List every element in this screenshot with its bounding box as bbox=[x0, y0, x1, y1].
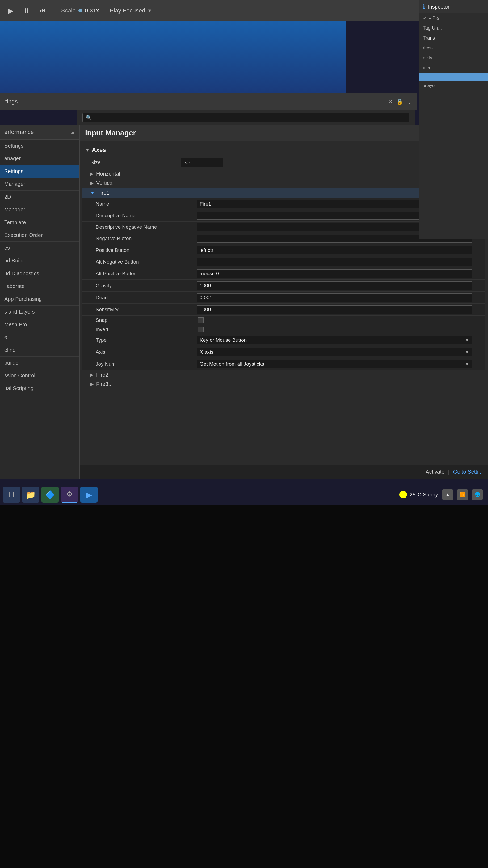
sidebar-item-settings2[interactable]: Settings bbox=[0, 165, 79, 178]
vertical-arrow: ▶ bbox=[90, 181, 94, 186]
prop-alt-pos-row: Alt Positive Button mouse 0 bbox=[83, 268, 485, 280]
activate-bar: Activate | Go to Setti... bbox=[80, 465, 488, 479]
taskbar-prog-5[interactable]: ▶ bbox=[80, 487, 98, 503]
taskbar-prog-2[interactable]: 📁 bbox=[22, 487, 39, 503]
prop-joynum-row: Joy Num Get Motion from all Joysticks ▼ bbox=[83, 358, 485, 370]
sidebar-item-manager2[interactable]: Manager bbox=[0, 178, 79, 191]
scale-value: 0.31x bbox=[85, 7, 99, 14]
prop-snap-label: Snap bbox=[96, 317, 197, 323]
sidebar-item-e[interactable]: e bbox=[0, 331, 79, 344]
sidebar-item-layers[interactable]: s and Layers bbox=[0, 306, 79, 318]
prop-pos-btn-label: Positive Button bbox=[96, 247, 197, 253]
toolbar2-lock[interactable]: 🔒 bbox=[396, 98, 403, 105]
prop-alt-neg-label: Alt Negative Button bbox=[96, 259, 197, 265]
inspector-tag-row: Tag Un... bbox=[419, 23, 488, 33]
joynum-dropdown-arrow: ▼ bbox=[465, 362, 469, 367]
go-to-settings-link[interactable]: Go to Setti... bbox=[453, 469, 483, 475]
fire3-item[interactable]: ▶ Fire3... bbox=[83, 379, 485, 389]
weather-sun-icon bbox=[399, 491, 407, 498]
left-sidebar: erformance ▲ Settings anager Settings Ma… bbox=[0, 125, 80, 479]
fire2-item[interactable]: ▶ Fire2 bbox=[83, 370, 485, 379]
prop-gravity-value: 1000 bbox=[197, 281, 472, 290]
prop-dead-value: 0.001 bbox=[197, 293, 472, 302]
prop-dead-label: Dead bbox=[96, 294, 197, 301]
type-dropdown-arrow: ▼ bbox=[465, 338, 469, 343]
prop-alt-pos-value: mouse 0 bbox=[197, 269, 472, 278]
prop-joynum-dropdown[interactable]: Get Motion from all Joysticks ▼ bbox=[197, 360, 472, 368]
scale-label: Scale bbox=[61, 7, 76, 14]
settings-label: tings bbox=[5, 98, 18, 105]
sidebar-item-execorder[interactable]: Execution Order bbox=[0, 229, 79, 242]
toolbar-row2: tings ✕ 🔒 ⋮ bbox=[0, 93, 417, 111]
sidebar-item-2d[interactable]: 2D bbox=[0, 191, 79, 204]
fire1-arrow: ▼ bbox=[90, 191, 95, 195]
prop-axis-dropdown[interactable]: X axis ▼ bbox=[197, 348, 472, 356]
sidebar-item-settings1[interactable]: Settings bbox=[0, 140, 79, 152]
sidebar-performance-header[interactable]: erformance ▲ bbox=[0, 125, 79, 140]
toolbar2-more[interactable]: ⋮ bbox=[407, 98, 412, 105]
taskbar-prog-1[interactable]: 🖥 bbox=[3, 487, 20, 503]
axis-dropdown-arrow: ▼ bbox=[465, 350, 469, 354]
prop-invert-row: Invert bbox=[83, 325, 485, 334]
prop-snap-row: Snap bbox=[83, 316, 485, 325]
layer-row: ▲ayer bbox=[419, 81, 488, 90]
sidebar-item-visual-scripting[interactable]: ual Scripting bbox=[0, 382, 79, 395]
prop-gravity-row: Gravity 1000 bbox=[83, 280, 485, 292]
prop-type-dropdown[interactable]: Key or Mouse Button ▼ bbox=[197, 336, 472, 344]
sidebar-item-app-purchasing[interactable]: App Purchasing bbox=[0, 293, 79, 306]
prop-axis-label: Axis bbox=[96, 349, 197, 355]
sidebar-item-version-control[interactable]: ssion Control bbox=[0, 369, 79, 382]
taskbar-prog-3[interactable]: 🔷 bbox=[41, 487, 59, 503]
inspector-highlight-bar bbox=[419, 73, 488, 81]
sidebar-item-manager[interactable]: anager bbox=[0, 152, 79, 165]
prop-sens-value: 1000 bbox=[197, 305, 472, 314]
taskbar-prog-4[interactable]: ⚙ bbox=[61, 487, 78, 503]
taskbar-prog1-icon: 🖥 bbox=[7, 490, 15, 499]
sidebar-item-diagnostics[interactable]: ud Diagnostics bbox=[0, 267, 79, 280]
sidebar-item-mesh-pro[interactable]: Mesh Pro bbox=[0, 318, 79, 331]
step-button[interactable]: ⏭ bbox=[37, 5, 48, 16]
game-view bbox=[0, 21, 346, 93]
activate-separator: | bbox=[448, 469, 450, 475]
play-button[interactable]: ▶ bbox=[5, 5, 16, 16]
inspector-title: Inspector bbox=[428, 4, 450, 10]
prop-invert-checkbox[interactable] bbox=[198, 327, 204, 333]
tray-icon-1[interactable]: ▲ bbox=[442, 489, 453, 500]
prop-neg-btn-label: Negative Button bbox=[96, 236, 197, 242]
prop-alt-neg-value bbox=[197, 258, 472, 266]
taskbar-prog3-icon: 🔷 bbox=[45, 490, 55, 499]
scale-area: Scale 0.31x bbox=[61, 7, 99, 14]
performance-arrow: ▲ bbox=[70, 129, 75, 135]
unity-toolbar: ▶ ⏸ ⏭ Scale 0.31x Play Focused ▼ Stats G… bbox=[0, 0, 488, 21]
play-focused-area[interactable]: Play Focused ▼ bbox=[110, 7, 152, 14]
search-wrapper[interactable]: 🔍 bbox=[83, 113, 409, 122]
input-manager-title: Input Manager bbox=[85, 129, 136, 137]
tray-icon-network[interactable]: 🌐 bbox=[472, 489, 483, 500]
fire3-label: Fire3... bbox=[96, 381, 113, 387]
prop-dead-row: Dead 0.001 bbox=[83, 292, 485, 304]
fire3-arrow: ▶ bbox=[90, 382, 94, 387]
performance-label: erformance bbox=[4, 129, 70, 135]
prop-gravity-label: Gravity bbox=[96, 283, 197, 288]
fire2-label: Fire2 bbox=[96, 372, 108, 378]
prop-alt-neg-row: Alt Negative Button bbox=[83, 256, 485, 268]
prop-sens-label: Sensitivity bbox=[96, 307, 197, 312]
prop-desc-neg-label: Descriptive Negative Name bbox=[96, 224, 197, 230]
sidebar-item-build[interactable]: ud Build bbox=[0, 254, 79, 267]
prop-snap-checkbox[interactable] bbox=[198, 317, 204, 323]
sidebar-item-timeline[interactable]: eline bbox=[0, 344, 79, 356]
sidebar-item-manager3[interactable]: Manager bbox=[0, 204, 79, 216]
sidebar-item-template[interactable]: Template bbox=[0, 216, 79, 229]
ider-row: ider bbox=[419, 63, 488, 73]
sidebar-item-builder[interactable]: builder bbox=[0, 356, 79, 369]
vertical-label: Vertical bbox=[96, 180, 114, 186]
tray-icon-wifi[interactable]: 📶 bbox=[457, 489, 468, 500]
sidebar-item-collaborate[interactable]: llaborate bbox=[0, 280, 79, 293]
pause-button[interactable]: ⏸ bbox=[21, 5, 32, 16]
taskbar: 🖥 📁 🔷 ⚙ ▶ 25°C Sunny ▲ 📶 🌐 bbox=[0, 484, 488, 505]
size-label: Size bbox=[90, 160, 181, 166]
taskbar-prog5-icon: ▶ bbox=[86, 490, 92, 499]
search-input[interactable] bbox=[94, 115, 406, 121]
toolbar2-close[interactable]: ✕ bbox=[388, 98, 393, 105]
sidebar-item-es[interactable]: es bbox=[0, 242, 79, 254]
